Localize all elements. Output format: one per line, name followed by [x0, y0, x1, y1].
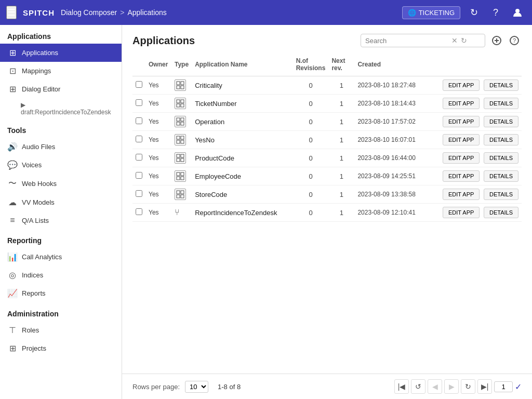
refresh-button[interactable]: ↻: [466, 4, 482, 21]
svg-rect-27: [181, 172, 184, 176]
sidebar-item-label: Q/A Lists: [22, 217, 49, 224]
sidebar-item-label: Mappings: [22, 67, 51, 75]
edit-app-button[interactable]: EDIT APP: [443, 189, 480, 200]
row-checkbox[interactable]: [136, 117, 142, 124]
page-title: Applications: [132, 35, 195, 47]
search-clear-button[interactable]: ✕: [451, 36, 458, 45]
edit-app-button[interactable]: EDIT APP: [443, 79, 480, 91]
rows-per-page-select[interactable]: 10 25 50: [185, 381, 208, 393]
sidebar-item-dialog-editor[interactable]: ⊞ Dialog Editor: [0, 80, 122, 98]
search-input[interactable]: [365, 37, 448, 45]
row-n-revisions: 0: [293, 149, 329, 167]
sidebar-item-web-hooks[interactable]: 〜 Web Hooks: [0, 174, 122, 193]
last-page-button[interactable]: ▶|: [477, 379, 492, 394]
grid-type-icon: [175, 170, 186, 182]
add-button[interactable]: [489, 33, 504, 48]
sidebar-item-mappings[interactable]: ⊡ Mappings: [0, 62, 122, 80]
undo-button[interactable]: ↺: [411, 379, 425, 394]
pagination-range: 1-8 of 8: [218, 383, 241, 391]
ticketing-button[interactable]: 🌐 TICKETING: [402, 6, 460, 19]
svg-rect-11: [181, 100, 184, 103]
row-actions: EDIT APP DETAILS: [428, 95, 522, 113]
row-type: [171, 167, 192, 185]
analytics-icon: 📊: [7, 252, 18, 262]
row-owner: Yes: [145, 167, 171, 185]
table-help-button[interactable]: ?: [507, 33, 522, 48]
sidebar-item-voices[interactable]: 💬 Voices: [0, 156, 122, 174]
details-button[interactable]: DETAILS: [484, 79, 518, 91]
svg-rect-10: [177, 100, 180, 103]
vvmodels-icon: ☁: [7, 197, 18, 207]
edit-app-button[interactable]: EDIT APP: [443, 207, 480, 218]
sidebar-item-label: Voices: [22, 161, 42, 169]
row-created: 2023-08-09 16:44:00: [354, 149, 428, 167]
help-button[interactable]: ?: [487, 4, 504, 21]
edit-app-button[interactable]: EDIT APP: [443, 134, 480, 145]
edit-app-button[interactable]: EDIT APP: [443, 116, 480, 127]
edit-app-button[interactable]: EDIT APP: [443, 152, 480, 164]
sidebar-item-label: Call Analytics: [22, 253, 62, 261]
row-checkbox[interactable]: [136, 99, 142, 106]
sidebar-draft-item[interactable]: ▶ draft:ReportIncidenceToZendesk: [0, 98, 122, 119]
sidebar-item-indices[interactable]: ◎ Indices: [0, 266, 122, 284]
first-page-button[interactable]: |◀: [394, 379, 409, 394]
svg-rect-16: [177, 122, 180, 125]
sidebar-item-roles[interactable]: ⊤ Roles: [0, 321, 122, 339]
prev-page-button[interactable]: ◀: [428, 379, 442, 394]
row-checkbox[interactable]: [136, 172, 142, 179]
redo-button[interactable]: ↻: [461, 379, 475, 394]
edit-app-button[interactable]: EDIT APP: [443, 98, 480, 109]
next-page-button[interactable]: ▶: [444, 379, 459, 394]
details-button[interactable]: DETAILS: [484, 170, 518, 182]
row-checkbox-cell: [132, 185, 145, 204]
row-actions: EDIT APP DETAILS: [428, 131, 522, 149]
row-checkbox[interactable]: [136, 190, 142, 197]
sidebar-item-call-analytics[interactable]: 📊 Call Analytics: [0, 248, 122, 266]
row-checkbox-cell: [132, 95, 145, 113]
table-row: Yes Operation 0 1 2023-08-10 17:57:02 ED…: [132, 113, 522, 131]
details-button[interactable]: DETAILS: [484, 152, 518, 164]
row-type: [171, 113, 192, 131]
svg-rect-26: [177, 172, 180, 176]
breadcrumb-separator: >: [120, 8, 124, 17]
svg-rect-18: [177, 136, 180, 139]
sidebar-item-reports[interactable]: 📈 Reports: [0, 284, 122, 302]
svg-rect-22: [177, 154, 180, 157]
row-owner: Yes: [145, 149, 171, 167]
svg-rect-8: [177, 86, 180, 89]
row-actions: EDIT APP DETAILS: [428, 76, 522, 95]
sidebar-item-label: Projects: [22, 344, 46, 352]
page-confirm-button[interactable]: ✓: [515, 382, 522, 392]
sidebar-item-qa-lists[interactable]: ≡ Q/A Lists: [0, 211, 122, 229]
row-checkbox[interactable]: [136, 81, 142, 88]
grid-type-icon: [175, 134, 186, 145]
svg-rect-30: [177, 191, 180, 194]
user-profile-button[interactable]: [509, 4, 526, 21]
sidebar-item-projects[interactable]: ⊞ Projects: [0, 339, 122, 357]
row-created: 2023-08-09 12:10:41: [354, 204, 428, 222]
details-button[interactable]: DETAILS: [484, 98, 518, 109]
details-button[interactable]: DETAILS: [484, 189, 518, 200]
row-checkbox[interactable]: [136, 208, 142, 215]
sidebar-item-audio-files[interactable]: 🔊 Audio Files: [0, 138, 122, 156]
search-refresh-button[interactable]: ↻: [461, 36, 467, 45]
page-number-input[interactable]: [494, 381, 513, 392]
row-checkbox-cell: [132, 131, 145, 149]
edit-app-button[interactable]: EDIT APP: [443, 170, 480, 182]
svg-rect-12: [177, 104, 180, 107]
app-header: Applications ✕ ↻ ?: [122, 25, 532, 53]
sidebar-section-applications: Applications: [0, 25, 122, 44]
table-row: Yes Criticality 0 1 2023-08-10 18:27:48 …: [132, 76, 522, 95]
details-button[interactable]: DETAILS: [484, 116, 518, 127]
menu-toggle-button[interactable]: ☰: [6, 6, 17, 19]
details-button[interactable]: DETAILS: [484, 134, 518, 145]
sidebar-item-applications[interactable]: ⊞ Applications: [0, 44, 122, 62]
row-checkbox[interactable]: [136, 136, 142, 142]
svg-rect-33: [181, 195, 184, 198]
row-checkbox[interactable]: [136, 154, 142, 161]
svg-rect-7: [181, 82, 184, 85]
sidebar-item-vv-models[interactable]: ☁ VV Models: [0, 193, 122, 211]
row-created: 2023-08-09 14:25:51: [354, 167, 428, 185]
topbar: ☰ SPITCH Dialog Composer > Applications …: [0, 0, 532, 25]
details-button[interactable]: DETAILS: [484, 207, 518, 218]
